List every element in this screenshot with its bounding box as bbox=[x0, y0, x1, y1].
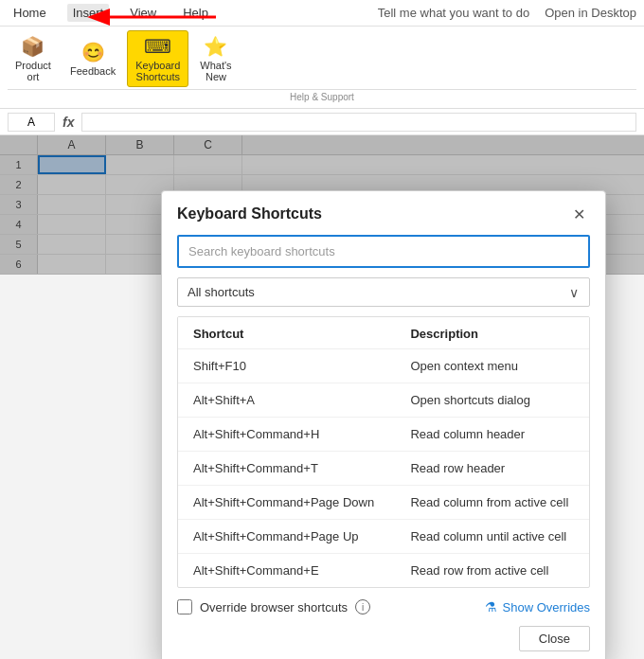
shortcut-desc-cell: Read row header bbox=[395, 452, 589, 486]
dropdown-wrap: All shortcuts ∨ bbox=[162, 277, 605, 316]
search-box-wrap bbox=[162, 235, 605, 277]
shortcut-key-cell: Alt+Shift+Command+Page Down bbox=[178, 486, 395, 520]
ribbon-button-keyboard-label: Keyboard Shortcuts bbox=[135, 60, 180, 82]
override-label: Override browser shortcuts bbox=[200, 600, 348, 614]
dropdown-container: All shortcuts ∨ bbox=[177, 277, 590, 307]
shortcut-key-cell: Alt+Shift+Command+E bbox=[178, 554, 395, 588]
table-row: Shift+F10 Open context menu bbox=[178, 349, 589, 383]
table-row: Alt+Shift+Command+Page Up Read column un… bbox=[178, 520, 589, 554]
shortcuts-table: Shortcut Description Shift+F10 Open cont… bbox=[178, 317, 589, 587]
ribbon-button-product-label: Product ort bbox=[15, 60, 51, 82]
ribbon-button-feedback-label: Feedback bbox=[70, 65, 116, 77]
product-icon: 📦 bbox=[21, 35, 45, 58]
shortcut-key-cell: Alt+Shift+A bbox=[178, 383, 395, 418]
ribbon: 📦 Product ort 😊 Feedback ⌨ Keyboard Shor… bbox=[0, 27, 644, 109]
show-overrides-button[interactable]: ⚗ Show Overrides bbox=[485, 599, 590, 614]
formula-input[interactable] bbox=[81, 113, 636, 132]
formula-icon: fx bbox=[63, 115, 74, 130]
col-header-description: Description bbox=[395, 317, 589, 349]
name-box[interactable] bbox=[8, 113, 55, 132]
show-overrides-label: Show Overrides bbox=[503, 600, 590, 614]
dialog-footer: Override browser shortcuts i ⚗ Show Over… bbox=[162, 588, 605, 626]
shortcut-desc-cell: Open context menu bbox=[395, 349, 589, 383]
keyboard-shortcuts-dialog: Keyboard Shortcuts ✕ All shortcuts ∨ Sho… bbox=[161, 190, 606, 659]
shortcut-desc-cell: Read row from active cell bbox=[395, 554, 589, 588]
shortcut-key-cell: Shift+F10 bbox=[178, 349, 395, 383]
shortcut-desc-cell: Read column header bbox=[395, 418, 589, 452]
star-icon: ⭐ bbox=[204, 35, 227, 58]
open-in-desktop[interactable]: Open in Desktop bbox=[545, 6, 636, 20]
feedback-icon: 😊 bbox=[81, 41, 105, 63]
ribbon-buttons-row: 📦 Product ort 😊 Feedback ⌨ Keyboard Shor… bbox=[8, 30, 636, 87]
ribbon-section-label: Help & Support bbox=[8, 89, 636, 102]
filter-icon: ⚗ bbox=[485, 599, 497, 614]
ribbon-button-feedback[interactable]: 😊 Feedback bbox=[63, 37, 123, 80]
ribbon-button-keyboard-shortcuts[interactable]: ⌨ Keyboard Shortcuts bbox=[127, 30, 188, 87]
ribbon-button-product[interactable]: 📦 Product ort bbox=[8, 31, 59, 86]
table-row: Alt+Shift+Command+H Read column header bbox=[178, 418, 589, 452]
info-icon[interactable]: i bbox=[355, 599, 370, 614]
shortcut-desc-cell: Read column until active cell bbox=[395, 520, 589, 554]
dialog-header: Keyboard Shortcuts ✕ bbox=[162, 191, 605, 235]
shortcuts-table-wrap[interactable]: Shortcut Description Shift+F10 Open cont… bbox=[177, 316, 590, 588]
shortcut-key-cell: Alt+Shift+Command+Page Up bbox=[178, 520, 395, 554]
ribbon-button-whats-new[interactable]: ⭐ What's New bbox=[192, 31, 239, 86]
shortcut-key-cell: Alt+Shift+Command+T bbox=[178, 452, 395, 486]
override-checkbox[interactable] bbox=[177, 599, 192, 614]
search-input[interactable] bbox=[177, 235, 590, 268]
shortcut-desc-cell: Read column from active cell bbox=[395, 486, 589, 520]
table-row: Alt+Shift+Command+E Read row from active… bbox=[178, 554, 589, 588]
dialog-title: Keyboard Shortcuts bbox=[177, 205, 322, 223]
table-header-row: Shortcut Description bbox=[178, 317, 589, 349]
shortcuts-filter-dropdown[interactable]: All shortcuts bbox=[177, 277, 590, 307]
table-row: Alt+Shift+Command+Page Down Read column … bbox=[178, 486, 589, 520]
keyboard-icon: ⌨ bbox=[144, 35, 171, 58]
close-button[interactable]: Close bbox=[519, 626, 590, 651]
shortcut-desc-cell: Open shortcuts dialog bbox=[395, 383, 589, 418]
shortcut-key-cell: Alt+Shift+Command+H bbox=[178, 418, 395, 452]
menubar-home[interactable]: Home bbox=[8, 4, 52, 22]
col-header-shortcut: Shortcut bbox=[178, 317, 395, 349]
close-button-wrap: Close bbox=[162, 626, 605, 659]
ribbon-button-whats-new-label: What's New bbox=[200, 60, 231, 82]
annotation-arrow bbox=[74, 2, 225, 35]
formula-bar: fx bbox=[0, 109, 644, 135]
dialog-close-button[interactable]: ✕ bbox=[567, 203, 590, 225]
table-row: Alt+Shift+Command+T Read row header bbox=[178, 452, 589, 486]
table-row: Alt+Shift+A Open shortcuts dialog bbox=[178, 383, 589, 418]
tell-me-input[interactable]: Tell me what you want to do bbox=[378, 6, 529, 20]
